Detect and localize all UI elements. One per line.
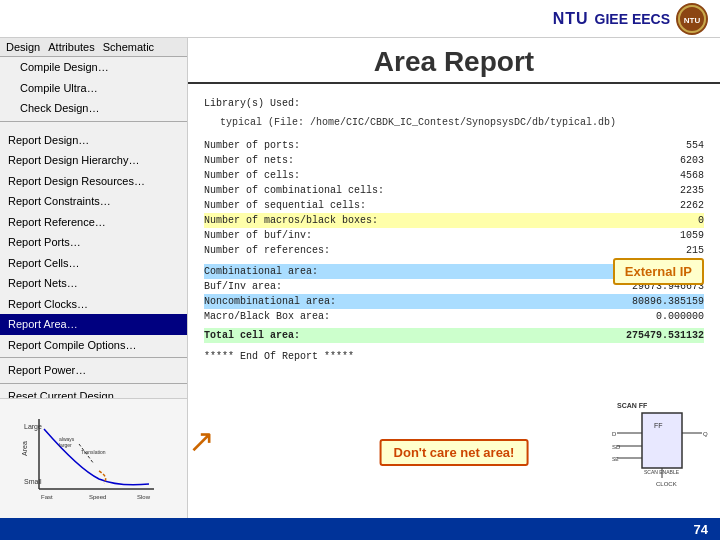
- sidebar-item-report-cells[interactable]: Report Cells…: [0, 253, 187, 274]
- end-of-report: ***** End Of Report *****: [204, 349, 704, 364]
- sidebar-item-compile-design[interactable]: Compile Design…: [0, 57, 187, 78]
- svg-text:Q: Q: [703, 431, 708, 437]
- svg-text:FF: FF: [654, 422, 663, 429]
- svg-text:Translation: Translation: [81, 449, 106, 455]
- table-row: Number of sequential cells: 2262: [204, 198, 704, 213]
- svg-text:SCAN ENABLE: SCAN ENABLE: [644, 469, 680, 475]
- sidebar-item-report-reference[interactable]: Report Reference…: [0, 212, 187, 233]
- ff-diagram: SCAN FF FF D SD Q CLOCK SE SCAN ENAB: [612, 398, 712, 488]
- svg-text:SD: SD: [612, 444, 621, 450]
- header: NTU GIEE EECS NTU: [0, 0, 720, 38]
- table-row: Number of buf/inv: 1059: [204, 228, 704, 243]
- report-table: Number of ports: 554 Number of nets: 620…: [204, 138, 704, 258]
- table-row: Number of references: 215: [204, 243, 704, 258]
- sidebar-item-report-resources[interactable]: Report Design Resources…: [0, 171, 187, 192]
- ntu-subtitle: GIEE EECS: [595, 11, 670, 27]
- svg-text:Slow: Slow: [137, 494, 151, 500]
- table-row-noncombinational: Noncombinational area: 80896.385159: [204, 294, 704, 309]
- svg-text:Fast: Fast: [41, 494, 53, 500]
- ntu-title: NTU: [553, 10, 589, 28]
- table-row-total: Total cell area: 275479.531132: [204, 328, 704, 343]
- chart-decoration: Large Small Area Fast Speed Slow always …: [0, 398, 188, 518]
- sidebar-item-report-ports[interactable]: Report Ports…: [0, 232, 187, 253]
- svg-text:larger: larger: [59, 442, 72, 448]
- sidebar-item-report-design[interactable]: Report Design…: [0, 130, 187, 151]
- divider-2: [0, 357, 187, 358]
- svg-text:Speed: Speed: [89, 494, 106, 500]
- ntu-logo-area: NTU GIEE EECS NTU: [553, 3, 708, 35]
- svg-text:SE: SE: [612, 456, 619, 462]
- sidebar-item-report-area[interactable]: Report Area…: [0, 314, 187, 335]
- typical-line: typical (File: /home/CIC/CBDK_IC_Contest…: [220, 115, 704, 130]
- content-area: Area Report Library(s) Used: typical (Fi…: [188, 38, 720, 518]
- sidebar-menu-bar[interactable]: Design Attributes Schematic: [0, 38, 187, 57]
- table-row: Number of ports: 554: [204, 138, 704, 153]
- sidebar-item-report-compile[interactable]: Report Compile Options…: [0, 335, 187, 356]
- menu-attributes[interactable]: Attributes: [48, 41, 94, 53]
- sidebar-item-report-constraints[interactable]: Report Constraints…: [0, 191, 187, 212]
- svg-text:NTU: NTU: [684, 16, 701, 25]
- bottom-bar: 74: [0, 518, 720, 540]
- report-content: Library(s) Used: typical (File: /home/CI…: [188, 92, 720, 368]
- sidebar-item-report-power[interactable]: Report Power…: [0, 360, 187, 381]
- sidebar-item-compile-ultra[interactable]: Compile Ultra…: [0, 78, 187, 99]
- menu-design[interactable]: Design: [6, 41, 40, 53]
- divider-1: [0, 121, 187, 122]
- table-row: Number of combinational cells: 2235: [204, 183, 704, 198]
- sidebar-item-report-clocks[interactable]: Report Clocks…: [0, 294, 187, 315]
- table-row: Number of cells: 4568: [204, 168, 704, 183]
- sidebar-item-check-design[interactable]: Check Design…: [0, 98, 187, 119]
- sidebar-item-report-hierarchy[interactable]: Report Design Hierarchy…: [0, 150, 187, 171]
- sidebar-item-report-nets[interactable]: Report Nets…: [0, 273, 187, 294]
- page-title: Area Report: [188, 38, 720, 84]
- ntu-logo: NTU: [676, 3, 708, 35]
- table-row: Number of nets: 6203: [204, 153, 704, 168]
- arrow-up-left: ↗: [188, 422, 215, 460]
- svg-text:Area: Area: [21, 441, 28, 456]
- svg-text:SCAN FF: SCAN FF: [617, 402, 648, 409]
- svg-text:D: D: [612, 431, 617, 437]
- svg-text:CLOCK: CLOCK: [656, 481, 677, 487]
- dont-care-label: Don't care net area!: [380, 439, 529, 466]
- library-label: Library(s) Used:: [204, 96, 704, 111]
- table-row-macro-area: Macro/Black Box area: 0.000000: [204, 309, 704, 324]
- svg-text:Small: Small: [24, 478, 42, 485]
- svg-text:Large: Large: [24, 423, 42, 431]
- menu-schematic[interactable]: Schematic: [103, 41, 154, 53]
- divider-3: [0, 383, 187, 384]
- table-row-macros: Number of macros/black boxes: 0: [204, 213, 704, 228]
- external-ip-label: External IP: [613, 258, 704, 285]
- page-number: 74: [694, 522, 708, 537]
